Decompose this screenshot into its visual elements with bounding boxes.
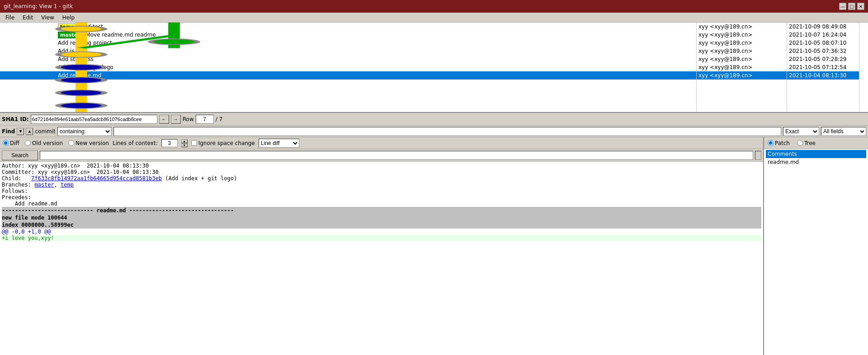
commit-graph-svg bbox=[0, 23, 696, 112]
date-cell: 2021-10-05 07:28:29 bbox=[787, 55, 859, 63]
new-version-label: New version bbox=[75, 140, 109, 146]
commit-follows-line: Follows: bbox=[2, 188, 761, 194]
minimize-button[interactable]: — bbox=[839, 3, 846, 10]
sha1-label: SHA1 ID: bbox=[2, 116, 29, 122]
sha1-back-button[interactable]: ← bbox=[159, 115, 169, 124]
tree-radio-item[interactable]: Tree bbox=[797, 140, 816, 146]
old-version-label: Old version bbox=[32, 140, 63, 146]
context-spin-down[interactable]: ▼ bbox=[181, 143, 188, 147]
sha1-forward-button[interactable]: → bbox=[171, 115, 181, 124]
commit-branches-line: Branches: master, temp bbox=[2, 182, 761, 188]
diff-radio-diff[interactable]: Diff bbox=[3, 140, 19, 146]
date-cell: 2021-10-05 08:07:10 bbox=[787, 39, 859, 47]
context-spinner: ▲ ▼ bbox=[181, 139, 188, 147]
diff-radio-diff-input[interactable] bbox=[3, 140, 9, 146]
author-cell: xyy <xyy@189.cn> bbox=[697, 47, 787, 55]
commit-committer-line: Committer: xyy <xyy@189.cn> 2021-10-04 0… bbox=[2, 169, 761, 175]
patch-radio-input[interactable] bbox=[768, 140, 774, 146]
author-column: xyy <xyy@189.cn> xyy <xyy@189.cn> xyy <x… bbox=[696, 23, 787, 112]
titlebar-title: git_learning: View 1 - gitk bbox=[4, 3, 839, 9]
context-input[interactable] bbox=[161, 139, 178, 147]
date-cell: 2021-10-07 16:24:04 bbox=[787, 31, 859, 39]
context-spin-up[interactable]: ▲ bbox=[181, 139, 188, 143]
svg-point-3 bbox=[58, 26, 104, 32]
search-bar: Search bbox=[0, 149, 763, 162]
allfields-select[interactable]: All fields Headline Comments Author Comm… bbox=[821, 127, 866, 136]
ignore-space-check[interactable]: Ignore space change bbox=[191, 140, 255, 146]
right-toolbar: Patch Tree bbox=[764, 137, 868, 149]
list-item[interactable]: Comments bbox=[766, 150, 866, 158]
find-up-button[interactable]: ▲ bbox=[26, 128, 33, 135]
diff-radio-new-input[interactable] bbox=[68, 140, 74, 146]
close-button[interactable]: ✕ bbox=[857, 3, 864, 10]
svg-point-7 bbox=[58, 77, 104, 83]
find-down-button[interactable]: ▼ bbox=[17, 128, 24, 135]
author-cell: xyy <xyy@189.cn> bbox=[697, 39, 787, 47]
row-label: Row bbox=[183, 116, 194, 122]
commit-precedes-line: Precedes: bbox=[2, 194, 761, 201]
branch-master-link[interactable]: master bbox=[34, 182, 54, 188]
sha1-bar: SHA1 ID: ← → Row / 7 bbox=[0, 113, 868, 126]
date-cell: 2021-10-04 08:13:30 bbox=[787, 71, 859, 79]
find-label: Find bbox=[2, 128, 15, 135]
author-cell: xyy <xyy@189.cn> bbox=[697, 63, 787, 71]
search-input[interactable] bbox=[40, 151, 753, 160]
context-label: Lines of context: bbox=[113, 140, 158, 146]
tree-label: Tree bbox=[804, 140, 816, 146]
svg-point-4 bbox=[151, 39, 198, 45]
diff-toolbar: Diff Old version New version Lines of co… bbox=[0, 137, 763, 149]
patch-radio-item[interactable]: Patch bbox=[768, 140, 790, 146]
diff-content: Author: xyy <xyy@189.cn> 2021-10-04 08:1… bbox=[0, 162, 763, 355]
child-hash-link[interactable]: 7f633c8fb14972aa1fb64665d954ccad8581b3eb bbox=[31, 175, 162, 182]
svg-point-6 bbox=[58, 65, 104, 70]
diff-index: index 0000000..58999ec bbox=[2, 221, 761, 229]
find-type-select[interactable]: containing: touching paths: adding/remov… bbox=[57, 127, 112, 136]
diff-hunk: @@ -0,0 +1,0 @@ bbox=[2, 229, 761, 235]
menu-help[interactable]: Help bbox=[59, 14, 78, 22]
scrollbar-indicator bbox=[755, 151, 761, 160]
linediff-select[interactable]: Line diff Markup diff bbox=[259, 139, 299, 148]
right-panel: Patch Tree Comments readme.md bbox=[764, 137, 868, 355]
ignore-space-checkbox[interactable] bbox=[191, 140, 197, 146]
diff-added-line: +i love you,xyy! bbox=[2, 235, 761, 241]
tree-radio-input[interactable] bbox=[797, 140, 803, 146]
row-separator: / bbox=[216, 116, 217, 122]
titlebar-controls: — □ ✕ bbox=[839, 3, 864, 10]
svg-point-5 bbox=[58, 51, 104, 57]
find-bar: Find ▼ ▲ commit containing: touching pat… bbox=[0, 126, 868, 137]
author-cell: xyy <xyy@189.cn> bbox=[697, 23, 787, 31]
row-total: 7 bbox=[219, 116, 223, 122]
diff-radio-new[interactable]: New version bbox=[68, 140, 109, 146]
titlebar: git_learning: View 1 - gitk — □ ✕ bbox=[0, 0, 868, 13]
date-cell: 2021-10-05 07:36:32 bbox=[787, 47, 859, 55]
diff-radio-old[interactable]: Old version bbox=[25, 140, 63, 146]
scrollbar-spacer bbox=[859, 23, 868, 112]
commit-child-line: Child: 7f633c8fb14972aa1fb64665d954ccad8… bbox=[2, 175, 761, 182]
patch-label: Patch bbox=[775, 140, 790, 146]
menu-edit[interactable]: Edit bbox=[19, 14, 37, 22]
exact-select[interactable]: Exact IgnCase Regexp bbox=[783, 127, 819, 136]
diff-radio-group: Diff Old version New version bbox=[3, 140, 109, 146]
diff-radio-old-input[interactable] bbox=[25, 140, 31, 146]
menu-file[interactable]: File bbox=[2, 14, 18, 22]
commit-author-line: Author: xyy <xyy@189.cn> 2021-10-04 08:1… bbox=[2, 163, 761, 169]
date-cell: 2021-10-05 07:12:54 bbox=[787, 63, 859, 71]
row-current-input[interactable] bbox=[196, 115, 214, 124]
menubar: File Edit View Help bbox=[0, 13, 868, 23]
diff-new-file: new file mode 100644 bbox=[2, 214, 761, 221]
list-item[interactable]: readme.md bbox=[766, 158, 866, 166]
sha1-input[interactable] bbox=[31, 115, 157, 124]
diff-label: Diff bbox=[10, 140, 19, 146]
author-cell: xyy <xyy@189.cn> bbox=[697, 55, 787, 63]
date-cell: 2021-10-09 08:49:08 bbox=[787, 23, 859, 31]
commit-message-body: Add readme.md bbox=[2, 201, 761, 207]
find-input[interactable] bbox=[113, 127, 781, 136]
search-button[interactable]: Search bbox=[2, 150, 38, 160]
branch-temp-link[interactable]: temp bbox=[61, 182, 74, 188]
author-cell: xyy <xyy@189.cn> bbox=[697, 31, 787, 39]
ignore-space-label: Ignore space change bbox=[198, 140, 255, 146]
commit-label: commit bbox=[35, 128, 55, 135]
menu-view[interactable]: View bbox=[38, 14, 57, 22]
maximize-button[interactable]: □ bbox=[848, 3, 855, 10]
diff-panel: Diff Old version New version Lines of co… bbox=[0, 137, 764, 355]
